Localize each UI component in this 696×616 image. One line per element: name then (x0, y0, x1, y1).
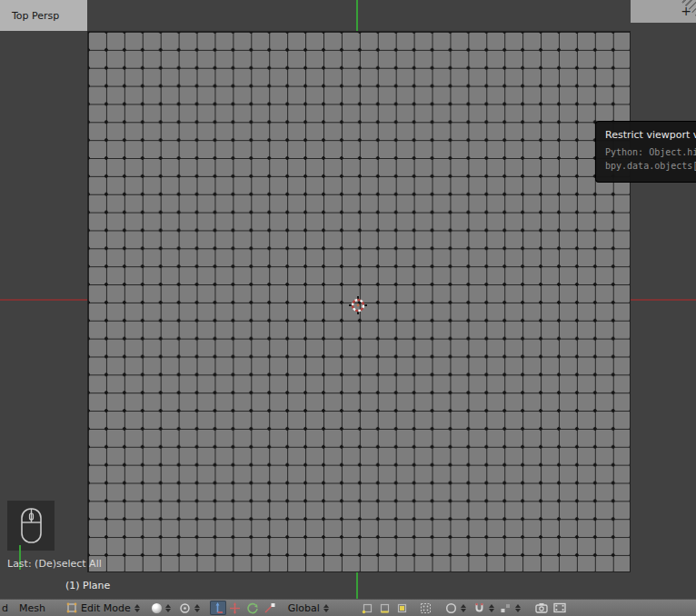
snap-target-dropdown[interactable] (500, 602, 521, 614)
add-region-button[interactable]: + (680, 4, 692, 18)
select-mode-toggles (360, 601, 411, 615)
view-label: Top Persp (12, 10, 59, 22)
translate-manipulator-button[interactable] (227, 601, 244, 615)
editmode-cube-icon (65, 601, 78, 614)
snap-dropdown[interactable] (473, 602, 494, 614)
opengl-render-anim-button[interactable] (552, 601, 568, 615)
pivot-median-icon (179, 602, 191, 614)
face-select-icon (396, 602, 408, 614)
face-select-button[interactable] (394, 601, 411, 615)
cursor-3d[interactable] (349, 296, 367, 318)
pivot-dropdown[interactable] (179, 602, 200, 614)
proportional-editing-dropdown[interactable] (445, 602, 466, 614)
chevron-updown-icon (165, 604, 171, 612)
blender-3d-viewport: Top Persp + Last: (De)select All (1) Pla… (0, 0, 696, 616)
tooltip-python-line: Python: Object.hi (605, 145, 696, 159)
tooltip: Restrict viewport vis Python: Object.hi … (595, 121, 696, 183)
translate-arrows-icon (229, 602, 241, 614)
mouse-icon (7, 501, 55, 551)
manipulator-toggles (210, 601, 278, 615)
chevron-updown-icon (323, 604, 329, 612)
chevron-updown-icon (194, 604, 200, 612)
menu-item-mesh[interactable]: Mesh (19, 602, 45, 614)
camera-icon (535, 602, 548, 613)
viewport-corner-box: + (631, 0, 696, 23)
scale-icon (263, 602, 275, 614)
vertex-select-icon (362, 602, 373, 614)
sphere-icon (152, 603, 162, 613)
chevron-updown-icon (461, 604, 466, 612)
menu-item-partial[interactable]: d (2, 602, 8, 614)
last-operator-text: Last: (De)select All (7, 558, 102, 570)
chevron-updown-icon (515, 604, 521, 612)
cursor-3d-icon (349, 296, 367, 314)
chevron-updown-icon (134, 604, 140, 612)
viewport-view-label-box: Top Persp (0, 0, 87, 31)
chevron-updown-icon (489, 604, 494, 612)
opengl-render-buttons (533, 601, 568, 615)
orientation-dropdown[interactable]: Global (288, 602, 329, 614)
dotted-grid-icon (420, 602, 432, 614)
object-info-text: (1) Plane (65, 580, 110, 591)
screencast-mouse-box (7, 501, 55, 551)
occlude-geometry-button[interactable] (418, 601, 434, 615)
shading-dropdown[interactable] (152, 603, 171, 613)
vertex-select-button[interactable] (360, 601, 376, 615)
rotate-manipulator-button[interactable] (244, 601, 261, 615)
film-icon (553, 602, 566, 613)
mode-dropdown-label: Edit Mode (81, 602, 131, 614)
increment-icon (500, 602, 512, 614)
manipulator-toggle-button[interactable] (210, 601, 226, 615)
orientation-dropdown-label: Global (288, 602, 320, 614)
magnet-icon (473, 602, 485, 614)
circle-icon (445, 602, 457, 614)
rotate-arc-icon (246, 602, 258, 614)
tooltip-title: Restrict viewport vis (605, 129, 696, 141)
axis-arrows-icon (212, 602, 224, 614)
scale-manipulator-button[interactable] (262, 601, 278, 615)
mode-dropdown[interactable]: Edit Mode (65, 601, 140, 614)
opengl-render-still-button[interactable] (533, 601, 550, 615)
viewport-header: d Mesh Edit Mode (0, 599, 696, 616)
edge-select-icon (379, 602, 391, 614)
tooltip-python-line: bpy.data.objects[ (605, 159, 696, 173)
edge-select-button[interactable] (377, 601, 393, 615)
